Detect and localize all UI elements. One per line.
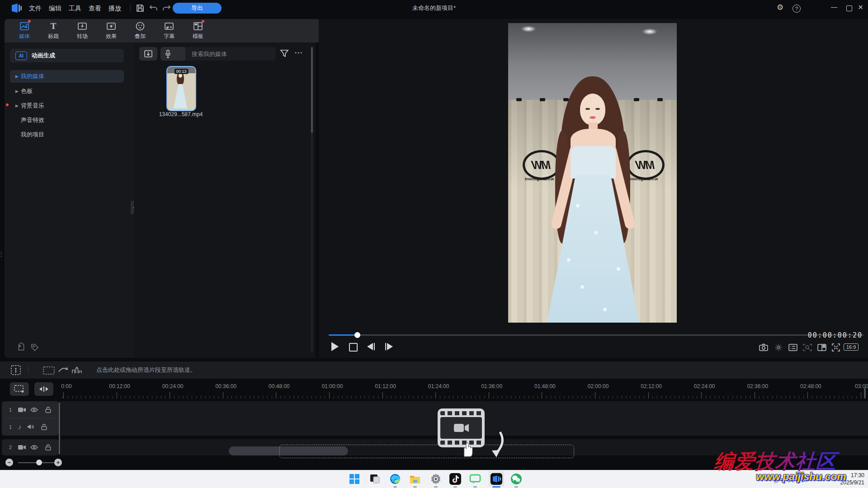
- ruler-label: 03:00:0: [855, 383, 868, 389]
- tiktok-icon[interactable]: [449, 473, 461, 485]
- track-target-icon: [71, 366, 83, 374]
- settings-gear-icon[interactable]: ⚙: [777, 3, 783, 12]
- music-note-icon: ♪: [18, 423, 22, 431]
- zoom-in-button[interactable]: +: [54, 459, 62, 466]
- clip-card-selected[interactable]: 00:13: [166, 66, 196, 111]
- fullscreen-icon[interactable]: [832, 343, 840, 352]
- render-preview-icon[interactable]: [774, 343, 783, 352]
- lock-icon[interactable]: [41, 424, 47, 430]
- notification-dot: [6, 103, 9, 106]
- drag-curve-arrow-icon: [58, 366, 69, 375]
- timeline-scrollbar[interactable]: [864, 387, 866, 399]
- menu-item-view[interactable]: 查看: [85, 3, 105, 14]
- tab-title[interactable]: T 标题: [39, 19, 68, 42]
- expander-icon[interactable]: ▶: [15, 103, 21, 108]
- toolbar-separator: [130, 5, 131, 12]
- redo-icon[interactable]: [162, 4, 171, 12]
- sidebar-item-my-media[interactable]: ▶ 我的媒体: [10, 70, 124, 83]
- tab-overlay[interactable]: 叠加: [126, 19, 155, 42]
- ruler-label: 01:12:00: [375, 383, 396, 389]
- zoom-fit-icon[interactable]: [803, 343, 812, 352]
- duration-badge: 00:13: [175, 69, 189, 74]
- lock-icon[interactable]: [45, 444, 51, 450]
- settings-app-icon[interactable]: [430, 473, 442, 485]
- timeline-ruler-ticks[interactable]: [61, 392, 868, 399]
- close-button[interactable]: ×: [858, 3, 863, 12]
- eye-icon[interactable]: [30, 445, 38, 450]
- next-frame-button[interactable]: [385, 343, 393, 350]
- messages-app-icon[interactable]: [469, 473, 481, 485]
- undo-icon[interactable]: [149, 4, 158, 12]
- tab-transition[interactable]: 转场: [68, 19, 97, 42]
- wechat-icon[interactable]: [510, 473, 522, 485]
- zoom-slider-thumb[interactable]: [36, 460, 42, 465]
- ruler-label: 01:36:00: [481, 383, 502, 389]
- ruler-label: 01:00:00: [322, 383, 343, 389]
- media-scrollbar[interactable]: [311, 47, 313, 352]
- video-editor-app-icon[interactable]: [491, 473, 502, 485]
- scrollbar-thumb[interactable]: [311, 47, 313, 133]
- sidebar-item-color-board[interactable]: ▶ 色板: [10, 85, 124, 98]
- sidebar-item-my-projects[interactable]: 我的项目: [10, 128, 124, 141]
- start-button[interactable]: [349, 473, 360, 485]
- split-screen-icon[interactable]: [817, 344, 826, 351]
- tag-icon[interactable]: [30, 343, 40, 352]
- maximize-button[interactable]: [846, 5, 852, 11]
- track-header-video-2[interactable]: 2: [2, 439, 59, 455]
- app-logo-icon: [11, 3, 23, 13]
- clip-filename: 134029...587.mp4: [154, 111, 208, 117]
- play-button[interactable]: [331, 342, 339, 351]
- tag-icon[interactable]: [16, 343, 26, 352]
- menu-item-edit[interactable]: 编辑: [45, 3, 65, 14]
- expander-icon[interactable]: ▶: [15, 89, 21, 94]
- import-media-button[interactable]: [139, 47, 157, 61]
- timeline-ruler[interactable]: 0:0000:12:0000:24:0000:36:0000:48:0001:0…: [0, 383, 868, 390]
- snap-tool-icon[interactable]: [10, 364, 22, 376]
- tab-templates[interactable]: 模板: [184, 19, 212, 42]
- tab-effects[interactable]: 效果: [97, 19, 126, 42]
- track-header-audio-1[interactable]: 1 ♪: [2, 418, 59, 435]
- transition-icon: [77, 21, 87, 31]
- aspect-ratio-button[interactable]: 16:9: [844, 343, 859, 351]
- task-view-button[interactable]: [369, 473, 381, 485]
- edge-browser-icon[interactable]: [389, 473, 401, 485]
- ruler-label: 02:00:00: [588, 383, 609, 389]
- help-icon[interactable]: ?: [793, 5, 801, 13]
- speaker-icon[interactable]: [27, 424, 34, 430]
- track-scrollbar[interactable]: [59, 402, 60, 455]
- import-icon: [144, 50, 153, 58]
- file-explorer-icon[interactable]: [409, 473, 421, 485]
- stop-button[interactable]: [349, 343, 358, 352]
- minimize-button[interactable]: —: [831, 2, 837, 11]
- panel-resize-grip[interactable]: [0, 249, 2, 259]
- record-voiceover-button[interactable]: [160, 47, 187, 61]
- filter-icon[interactable]: [279, 48, 289, 58]
- video-camera-icon: [452, 422, 470, 434]
- sidebar-item-background-music[interactable]: ▶ 背景音乐: [10, 99, 124, 112]
- menu-item-file[interactable]: 文件: [25, 3, 45, 14]
- previous-frame-button[interactable]: [367, 343, 375, 350]
- marker-list-icon[interactable]: [788, 344, 797, 351]
- more-options-icon[interactable]: ···: [295, 49, 303, 56]
- title-bar: 文件 编辑 工具 查看 播放 导出 未命名的新项目* ⚙ ? — ×: [0, 0, 868, 16]
- drop-target-outline[interactable]: [279, 445, 574, 458]
- video-camera-icon: [18, 407, 26, 413]
- snapshot-camera-icon[interactable]: [759, 343, 768, 351]
- sidebar-item-sound-effects[interactable]: 声音特效: [10, 114, 124, 127]
- tab-subtitles[interactable]: 字幕: [155, 19, 184, 42]
- sidebar-item-ai-generate[interactable]: AI 动画生成: [10, 49, 124, 62]
- lock-icon[interactable]: [45, 407, 51, 413]
- eye-icon[interactable]: [30, 407, 38, 413]
- ruler-label: 02:12:00: [641, 383, 662, 389]
- export-button[interactable]: 导出: [173, 3, 222, 14]
- expander-icon[interactable]: ▶: [15, 74, 21, 79]
- tab-media[interactable]: 媒体: [10, 19, 39, 42]
- video-camera-icon: [18, 445, 26, 450]
- save-icon[interactable]: [136, 4, 145, 13]
- search-input[interactable]: [191, 50, 274, 58]
- menu-item-play[interactable]: 播放: [105, 3, 125, 14]
- track-header-video-1[interactable]: 1: [2, 401, 59, 418]
- playback-progress-thumb[interactable]: [354, 332, 360, 338]
- zoom-out-button[interactable]: −: [5, 459, 13, 466]
- menu-item-tools[interactable]: 工具: [65, 3, 85, 14]
